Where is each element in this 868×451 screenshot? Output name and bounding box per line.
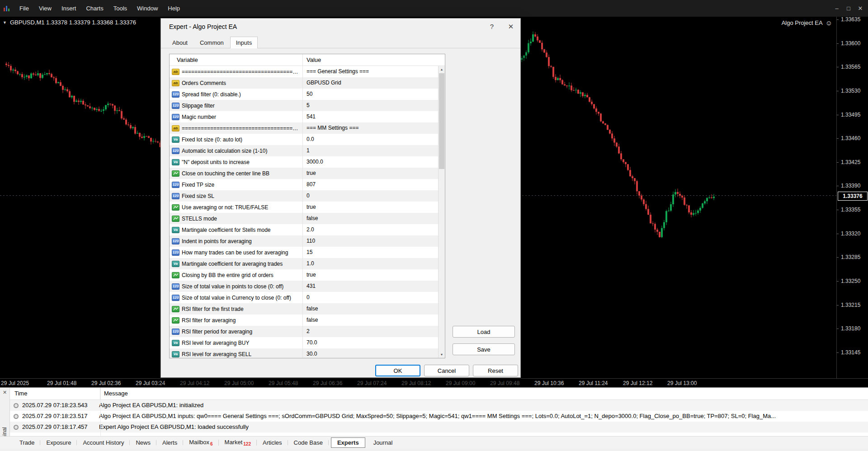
param-row[interactable]: 123RSI filter period for averaging2 [170, 326, 438, 337]
param-value[interactable]: false [302, 315, 438, 326]
param-row[interactable]: 123Automatic lot calculation size (1-10)… [170, 145, 438, 156]
param-row[interactable]: Closing by BB the entire grid of orderst… [170, 269, 438, 281]
param-value[interactable]: true [302, 202, 438, 213]
param-row[interactable]: 123How many trades can be used for avera… [170, 247, 438, 258]
reset-button[interactable]: Reset [473, 365, 518, 376]
journal-row[interactable]: 2025.07.29 07:18:23.517Algo Project EA G… [10, 411, 868, 422]
help-button[interactable]: ? [482, 19, 501, 35]
param-row[interactable]: RSI filter for averagingfalse [170, 315, 438, 326]
param-value[interactable]: 50 [302, 89, 438, 100]
tab-inputs[interactable]: Inputs [230, 37, 258, 48]
terminal-tab-account-history[interactable]: Account History [77, 438, 130, 447]
param-row[interactable]: 123Magic number541 [170, 111, 438, 122]
menu-item-charts[interactable]: Charts [81, 5, 108, 12]
param-row[interactable]: VaFixed lot size (0: auto lot)0.0 [170, 134, 438, 145]
menu-item-view[interactable]: View [34, 5, 57, 12]
param-value[interactable]: 110 [302, 235, 438, 247]
param-row[interactable]: Use averaging or not: TRUE/FALSEtrue [170, 202, 438, 213]
terminal-header[interactable]: Time Message [10, 388, 868, 400]
scroll-up-icon[interactable]: ▲ [439, 66, 445, 73]
terminal-tab-news[interactable]: News [130, 438, 156, 447]
param-row[interactable]: Close on touching the center line BBtrue [170, 168, 438, 179]
param-value[interactable]: 30.0 [302, 348, 438, 358]
tab-about[interactable]: About [166, 37, 193, 48]
param-value[interactable]: 431 [302, 281, 438, 292]
param-row[interactable]: RSI filter for the first tradefalse [170, 303, 438, 315]
param-row[interactable]: VaMartingale coefficient for averaging t… [170, 258, 438, 269]
inputs-table-header[interactable]: Variable Value [170, 54, 445, 66]
param-value[interactable]: true [302, 269, 438, 281]
param-row[interactable]: 123Slippage filter5 [170, 100, 438, 111]
ok-button[interactable]: OK [375, 365, 420, 376]
param-row[interactable]: ab======================================… [170, 66, 438, 77]
scrollbar-thumb[interactable] [439, 73, 444, 169]
terminal-close-button[interactable]: ✕ [3, 390, 7, 395]
param-value[interactable]: 807 [302, 179, 438, 190]
param-value[interactable]: 5 [302, 100, 438, 111]
terminal-tab-articles[interactable]: Articles [257, 438, 288, 447]
scroll-down-icon[interactable]: ▼ [439, 351, 445, 358]
param-row[interactable]: VaRSI level for averaging SELL30.0 [170, 348, 438, 358]
column-header-value[interactable]: Value [303, 54, 445, 66]
window-close-button[interactable]: ✕ [854, 0, 866, 17]
param-value[interactable]: 3000.0 [302, 156, 438, 168]
param-value[interactable]: GBPUSD Grid [302, 77, 438, 89]
param-value[interactable]: 15 [302, 247, 438, 258]
column-header-message[interactable]: Message [100, 388, 128, 399]
column-header-time[interactable]: Time [10, 388, 100, 399]
terminal-tab-alerts[interactable]: Alerts [156, 438, 183, 447]
load-button[interactable]: Load [453, 326, 515, 338]
dialog-titlebar[interactable]: Expert - Algo Project EA ? ✕ [161, 19, 520, 35]
terminal-tab-trade[interactable]: Trade [14, 438, 40, 447]
param-value[interactable]: 541 [302, 111, 438, 122]
param-value[interactable]: 2 [302, 326, 438, 337]
menu-item-file[interactable]: File [14, 5, 34, 12]
param-value[interactable]: false [302, 213, 438, 224]
restore-button[interactable]: □ [843, 0, 854, 17]
param-row[interactable]: 123Fixed size SL0 [170, 190, 438, 202]
collapse-caret-icon[interactable]: ▼ [3, 20, 7, 25]
minimize-button[interactable]: – [831, 0, 843, 17]
terminal-tab-exposure[interactable]: Exposure [40, 438, 77, 447]
param-value[interactable]: === General Settings === [302, 66, 438, 77]
save-button[interactable]: Save [453, 343, 515, 355]
app-logo-icon[interactable] [3, 5, 11, 12]
column-header-variable[interactable]: Variable [170, 54, 303, 66]
terminal-tab-code-base[interactable]: Code Base [288, 438, 329, 447]
table-scrollbar[interactable]: ▲ ▼ [438, 66, 445, 358]
journal-row[interactable]: 2025.07.29 07:18:17.457Expert Algo Proje… [10, 422, 868, 432]
param-value[interactable]: true [302, 168, 438, 179]
param-row[interactable]: 123Spread filter (0: disable.)50 [170, 89, 438, 100]
param-row[interactable]: abOrders CommentsGBPUSD Grid [170, 77, 438, 89]
menu-item-tools[interactable]: Tools [108, 5, 132, 12]
param-row[interactable]: VaMartingale coefficient for Stells mode… [170, 224, 438, 235]
terminal-tab-mailbox[interactable]: Mailbox6 [183, 437, 218, 448]
param-row[interactable]: Va"N" deposit units to increase3000.0 [170, 156, 438, 168]
param-row[interactable]: STELLS modefalse [170, 213, 438, 224]
param-value[interactable]: 2.0 [302, 224, 438, 235]
param-row[interactable]: 123Size of total value in points to clos… [170, 281, 438, 292]
param-value[interactable]: 0 [302, 190, 438, 202]
param-row[interactable]: 123Size of total value in Currency to cl… [170, 292, 438, 303]
param-row[interactable]: 123Fixed TP size807 [170, 179, 438, 190]
param-row[interactable]: VaRSI level for averaging BUY70.0 [170, 337, 438, 348]
param-value[interactable]: 0 [302, 292, 438, 303]
menu-item-help[interactable]: Help [163, 5, 185, 12]
menu-item-window[interactable]: Window [132, 5, 163, 12]
menu-item-insert[interactable]: Insert [57, 5, 81, 12]
param-row[interactable]: 123Indent in points for averaging110 [170, 235, 438, 247]
tab-common[interactable]: Common [194, 37, 230, 48]
param-value[interactable]: false [302, 303, 438, 315]
journal-row[interactable]: 2025.07.29 07:18:23.543Algo Project EA G… [10, 400, 868, 411]
price-scale[interactable]: 1.33376 1.336351.336001.335651.335301.33… [836, 17, 868, 378]
param-value[interactable]: 70.0 [302, 337, 438, 348]
terminal-tab-market[interactable]: Market122 [219, 437, 257, 448]
param-value[interactable]: === MM Settings === [302, 122, 438, 134]
cancel-button[interactable]: Cancel [424, 365, 469, 376]
terminal-tab-experts[interactable]: Experts [331, 437, 365, 448]
param-value[interactable]: 0.0 [302, 134, 438, 145]
dialog-close-button[interactable]: ✕ [501, 19, 520, 35]
ea-smiley-icon[interactable]: ☺ [826, 19, 832, 27]
param-value[interactable]: 1 [302, 145, 438, 156]
time-scale[interactable]: 29 Jul 202529 Jul 01:4829 Jul 02:3629 Ju… [0, 378, 868, 388]
